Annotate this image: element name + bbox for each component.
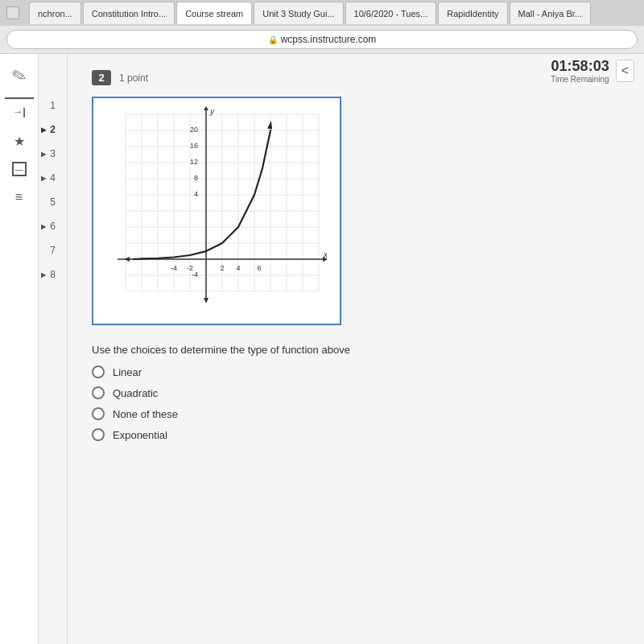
svg-marker-43: [124, 257, 130, 262]
tab-rapididentity[interactable]: RapidIdentity: [438, 2, 507, 24]
radio-exponential[interactable]: [92, 428, 105, 441]
svg-text:16: 16: [190, 142, 198, 150]
radio-linear[interactable]: [92, 365, 105, 378]
svg-text:4: 4: [194, 190, 198, 198]
tab-course-stream[interactable]: Course stream: [176, 2, 252, 24]
sidebar: ✎ →| ★ — ≡: [0, 54, 39, 644]
question-points: 1 point: [119, 72, 148, 84]
window-controls: [6, 6, 21, 19]
q-num-8[interactable]: ▶8: [41, 263, 65, 286]
option-exponential-label: Exponential: [113, 429, 167, 441]
tab-bar: nchron... Constitution Intro... Course s…: [0, 0, 644, 26]
tab-mail[interactable]: Mall - Aniya Br...: [510, 2, 591, 24]
radio-none[interactable]: [92, 407, 105, 420]
q-num-3[interactable]: ▶3: [41, 142, 65, 165]
svg-text:20: 20: [190, 126, 198, 134]
q-num-6[interactable]: ▶6: [41, 215, 65, 237]
radio-quadratic[interactable]: [92, 386, 105, 399]
q-num-7[interactable]: 7: [41, 239, 65, 262]
option-none-label: None of these: [113, 408, 178, 420]
tab-date[interactable]: 10/6/2020 - Tues...: [345, 2, 437, 24]
question-nav: 1 ▶2 ▶3 ▶4 5 ▶6 7 ▶8: [39, 54, 68, 644]
graph-container: 20 16 12 8 4 -4 -4 -2 2 4 6 x y: [92, 97, 341, 325]
options-list: Linear Quadratic None of these Exponenti…: [92, 365, 620, 441]
svg-text:12: 12: [190, 158, 198, 166]
sidebar-nav-icon[interactable]: →|: [5, 97, 34, 120]
checkbox-icon[interactable]: —: [12, 162, 27, 176]
option-exponential[interactable]: Exponential: [92, 428, 620, 441]
option-quadratic[interactable]: Quadratic: [92, 386, 620, 399]
svg-text:6: 6: [257, 264, 261, 272]
svg-text:2: 2: [220, 264, 224, 272]
quiz-wrapper: ✎ →| ★ — ≡ 1 ▶2 ▶3 ▶4 5 ▶6 7 ▶8 2 1: [0, 54, 644, 644]
window-button[interactable]: [6, 6, 19, 19]
browser-chrome: nchron... Constitution Intro... Course s…: [0, 0, 644, 54]
option-linear-label: Linear: [113, 366, 142, 378]
svg-text:y: y: [209, 107, 215, 116]
svg-text:4: 4: [236, 264, 240, 272]
question-prompt: Use the choices to determine the type of…: [92, 344, 620, 356]
pencil-tool-icon[interactable]: ✎: [5, 62, 34, 91]
option-linear[interactable]: Linear: [92, 365, 620, 378]
star-icon[interactable]: ★: [5, 126, 34, 155]
option-quadratic-label: Quadratic: [113, 387, 158, 399]
q-num-2[interactable]: ▶2: [41, 118, 65, 141]
address-bar-row: 🔒 wcpss.instructure.com: [0, 26, 644, 53]
svg-marker-28: [204, 106, 208, 110]
question-number: 2: [92, 70, 111, 85]
address-bar[interactable]: 🔒 wcpss.instructure.com: [6, 30, 638, 49]
q-num-4[interactable]: ▶4: [41, 167, 65, 189]
tab-constitution[interactable]: Constitution Intro...: [83, 2, 175, 24]
option-none[interactable]: None of these: [92, 407, 620, 420]
graph-svg: 20 16 12 8 4 -4 -4 -2 2 4 6 x y: [101, 106, 327, 316]
question-header: 2 1 point: [92, 70, 620, 85]
list-icon[interactable]: ≡: [5, 183, 34, 212]
q-num-1[interactable]: 1: [41, 94, 65, 117]
tab-synchron[interactable]: nchron...: [29, 2, 81, 24]
svg-text:-4: -4: [171, 264, 177, 272]
lock-icon: 🔒: [268, 35, 278, 44]
svg-marker-44: [204, 298, 208, 303]
main-content: 2 1 point: [68, 54, 644, 644]
svg-text:-2: -2: [187, 264, 193, 272]
q-num-5[interactable]: 5: [41, 191, 65, 213]
tab-unit3[interactable]: Unit 3 Study Gui...: [254, 2, 343, 24]
svg-text:x: x: [323, 250, 327, 259]
svg-text:8: 8: [194, 174, 198, 182]
